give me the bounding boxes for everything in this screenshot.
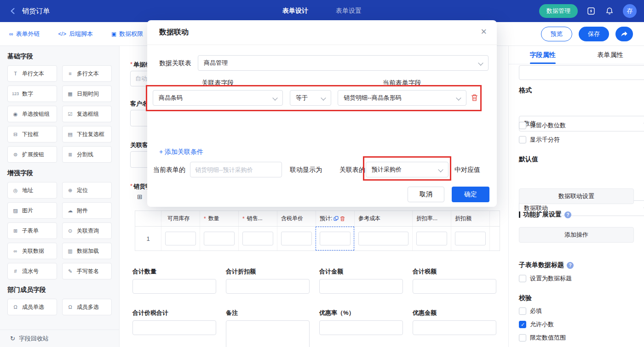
remark-textarea[interactable] xyxy=(226,320,310,347)
checkbox-box[interactable] xyxy=(519,122,526,129)
checkbox-required[interactable]: 必填 xyxy=(519,307,634,315)
subform-toolbar-icon[interactable]: ⊞ xyxy=(137,193,143,200)
relation-table-select[interactable]: 商品管理 xyxy=(198,55,489,71)
checkbox-checked-box[interactable] xyxy=(519,321,526,328)
summary-input[interactable] xyxy=(132,320,216,335)
col-reference-cost[interactable]: 参考成本 xyxy=(354,211,412,226)
field-checkbox-group[interactable]: ☑复选框组 xyxy=(62,106,112,122)
cell-input[interactable] xyxy=(416,232,447,245)
avatar[interactable]: 存 xyxy=(623,4,637,18)
col-tax-price[interactable]: 含税单价 xyxy=(277,211,316,226)
field-divider[interactable]: ≣分割线 xyxy=(62,146,112,163)
quick-entry-icon[interactable] xyxy=(586,6,596,16)
col-expected-price[interactable]: 预计: xyxy=(316,211,354,226)
add-condition-link[interactable]: + 添加关联条件 xyxy=(159,148,203,156)
help-icon[interactable] xyxy=(564,211,571,218)
field-image[interactable]: ▨图片 xyxy=(7,202,57,219)
cell-input[interactable] xyxy=(165,232,196,245)
save-button[interactable]: 保存 xyxy=(579,27,609,41)
col-discount-amount[interactable]: 折扣额 xyxy=(451,211,489,226)
checkbox-allow-decimal[interactable]: 允许小数 xyxy=(519,320,634,329)
cell-reference-cost[interactable] xyxy=(354,227,412,250)
cell-input[interactable] xyxy=(455,232,486,245)
field-radio-group[interactable]: ◉单选按钮组 xyxy=(7,106,57,122)
field-address[interactable]: ◎地址 xyxy=(7,182,57,199)
delete-condition-icon[interactable] xyxy=(471,94,478,102)
checkbox-box[interactable] xyxy=(519,136,526,143)
cell-discount-amount[interactable] xyxy=(451,227,489,250)
field-dropdown[interactable]: ⊟下拉框 xyxy=(7,126,57,142)
tab-field-properties[interactable]: 字段属性 xyxy=(509,46,576,64)
checkbox-thousands-separator[interactable]: 显示千分符 xyxy=(519,136,634,144)
field-datetime[interactable]: ▦日期时间 xyxy=(62,85,112,102)
field-number[interactable]: 123数字 xyxy=(7,85,57,102)
field-linked-query[interactable]: ⊙关联查询 xyxy=(62,222,112,239)
checkbox-limit-range[interactable]: 限定数值范围 xyxy=(519,334,634,342)
field-member-multi[interactable]: Ω成员多选 xyxy=(62,299,112,315)
backend-script-button[interactable]: </> 后端脚本 xyxy=(58,30,93,38)
notification-bell-icon[interactable] xyxy=(604,6,615,16)
data-permission-button[interactable]: ▣ 数据权限 xyxy=(111,30,143,38)
help-icon[interactable] xyxy=(567,262,574,269)
linkage-icon[interactable] xyxy=(334,216,339,221)
field-recycle-bin[interactable]: ↻ 字段回收站 xyxy=(0,330,119,347)
cell-input[interactable] xyxy=(242,232,273,245)
field-attachment[interactable]: ☁附件 xyxy=(62,202,112,219)
field-title-input[interactable] xyxy=(519,65,644,80)
cell-sale-price[interactable] xyxy=(238,227,277,250)
data-linkage-settings-button[interactable]: 数据联动设置 xyxy=(519,188,634,204)
field-linked-data[interactable]: ∞关联数据 xyxy=(7,243,57,259)
field-multiline-text[interactable]: ≡多行文本 xyxy=(62,65,112,82)
confirm-button[interactable]: 确定 xyxy=(452,187,489,202)
summary-input[interactable] xyxy=(413,279,496,294)
condition-operator-select[interactable]: 等于 xyxy=(290,90,331,106)
cell-available-stock[interactable] xyxy=(161,227,200,250)
summary-input[interactable] xyxy=(413,320,496,335)
cell-input[interactable] xyxy=(281,232,312,245)
cell-tax-price[interactable] xyxy=(277,227,316,250)
checkbox-box[interactable] xyxy=(519,275,526,282)
field-signature[interactable]: ✎手写签名 xyxy=(62,263,112,279)
relation-field-select[interactable]: 预计采购价 xyxy=(366,162,448,177)
back-icon[interactable] xyxy=(8,6,17,16)
field-subform[interactable]: ⊞子表单 xyxy=(7,222,57,239)
tab-form-design[interactable]: 表单设计 xyxy=(282,7,308,15)
cell-input[interactable] xyxy=(204,232,235,245)
field-serial-number[interactable]: #流水号 xyxy=(7,263,57,279)
preview-button[interactable]: 预览 xyxy=(541,27,572,41)
col-quantity[interactable]: *数量 xyxy=(200,211,238,226)
cell-input[interactable] xyxy=(358,232,408,245)
add-operation-button[interactable]: 添加操作 xyxy=(519,227,634,243)
share-button[interactable] xyxy=(615,27,633,41)
field-location[interactable]: ⊕定位 xyxy=(62,182,112,199)
summary-input[interactable] xyxy=(226,279,310,294)
external-link-button[interactable]: ∞ 表单外链 xyxy=(9,30,40,38)
summary-input[interactable] xyxy=(132,279,216,294)
tab-form-settings[interactable]: 表单设置 xyxy=(336,7,362,15)
field-extend-button[interactable]: ⊜扩展按钮 xyxy=(7,146,57,163)
checkbox-box[interactable] xyxy=(519,307,526,315)
condition-left-field-select[interactable]: 商品条码 xyxy=(153,90,283,106)
close-icon[interactable]: × xyxy=(481,27,487,37)
cancel-button[interactable]: 取消 xyxy=(408,187,444,202)
col-discount-rate[interactable]: 折扣率... xyxy=(412,211,451,226)
col-sale-price[interactable]: *销售... xyxy=(238,211,277,226)
delete-column-icon[interactable] xyxy=(340,216,345,222)
data-manage-button[interactable]: 数据管理 xyxy=(539,4,578,18)
field-member-single[interactable]: Ω成员单选 xyxy=(7,299,57,315)
summary-input[interactable] xyxy=(319,279,403,294)
cell-expected-price[interactable] xyxy=(316,227,354,250)
field-dropdown-multi[interactable]: ▤下拉复选框 xyxy=(62,126,112,142)
checkbox-set-as-data-title[interactable]: 设置为数据标题 xyxy=(519,274,634,283)
cell-discount-rate[interactable] xyxy=(412,227,451,250)
field-single-line-text[interactable]: T单行文本 xyxy=(7,65,57,82)
field-data-load[interactable]: ▥数据加载 xyxy=(62,243,112,259)
col-available-stock[interactable]: 可用库存 xyxy=(161,211,200,226)
tab-form-properties[interactable]: 表单属性 xyxy=(576,46,644,64)
cell-quantity[interactable] xyxy=(200,227,238,250)
checkbox-box[interactable] xyxy=(519,334,526,341)
current-field-input[interactable] xyxy=(190,162,282,177)
checkbox-decimal-places[interactable]: 保留小数位数 xyxy=(519,121,634,130)
cell-input[interactable] xyxy=(320,232,351,245)
summary-input[interactable] xyxy=(319,320,403,335)
